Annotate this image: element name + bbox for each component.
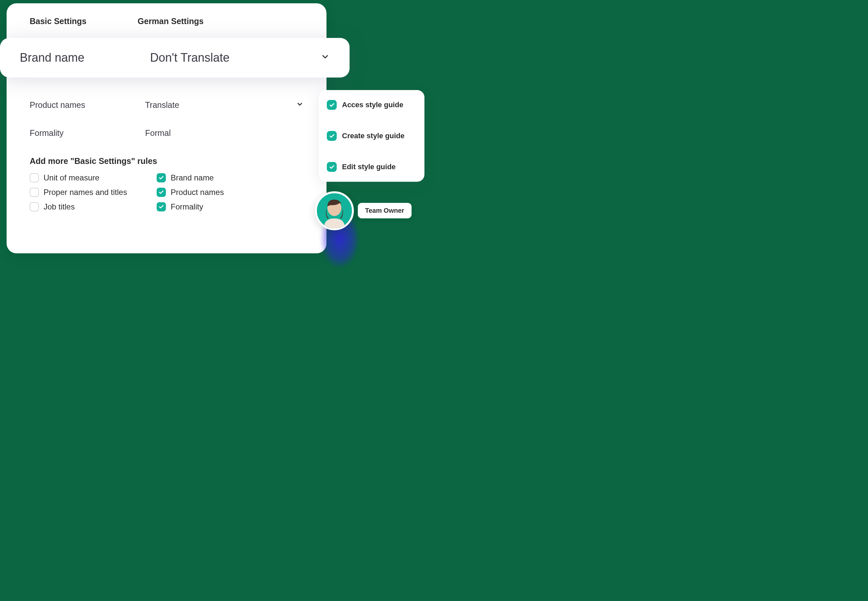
tab-german-settings[interactable]: German Settings	[137, 17, 204, 26]
rule-proper-names[interactable]: Proper names and titles	[30, 188, 127, 197]
chevron-down-icon	[296, 101, 303, 110]
checkbox-checked-icon[interactable]	[157, 202, 166, 211]
perm-label: Edit style guide	[342, 163, 396, 171]
settings-rows: Product names Translate Formality Formal	[30, 100, 303, 138]
row-label: Formality	[30, 128, 145, 138]
perm-label: Acces style guide	[342, 101, 404, 109]
perm-edit-style-guide[interactable]: Edit style guide	[327, 162, 417, 172]
checkbox-checked-icon[interactable]	[327, 131, 337, 141]
perm-create-style-guide[interactable]: Create style guide	[327, 131, 417, 141]
rules-grid: Unit of measure Proper names and titles …	[30, 173, 303, 211]
floating-label: Brand name	[20, 51, 150, 65]
rule-brand-name[interactable]: Brand name	[157, 173, 224, 182]
perm-access-style-guide[interactable]: Acces style guide	[327, 100, 417, 110]
rule-unit-of-measure[interactable]: Unit of measure	[30, 173, 127, 182]
tabs-bar: Basic Settings German Settings	[30, 17, 303, 26]
row-value: Translate	[145, 100, 296, 110]
floating-brand-row[interactable]: Brand name Don't Translate	[0, 38, 350, 78]
rule-label: Job titles	[44, 202, 75, 211]
checkbox-checked-icon[interactable]	[157, 173, 166, 182]
row-label: Product names	[30, 100, 145, 110]
rule-formality[interactable]: Formality	[157, 202, 224, 211]
rule-label: Proper names and titles	[44, 188, 127, 197]
person-icon	[317, 193, 352, 228]
add-rules-heading: Add more "Basic Settings" rules	[30, 156, 303, 166]
rules-col-1: Unit of measure Proper names and titles …	[30, 173, 127, 211]
tab-basic-settings[interactable]: Basic Settings	[30, 17, 87, 26]
row-formality[interactable]: Formality Formal	[30, 128, 303, 138]
row-value: Formal	[145, 128, 303, 138]
checkbox-checked-icon[interactable]	[157, 188, 166, 197]
rule-job-titles[interactable]: Job titles	[30, 202, 127, 211]
rule-label: Formality	[171, 202, 203, 211]
rule-label: Product names	[171, 188, 224, 197]
checkbox-unchecked-icon[interactable]	[30, 173, 39, 182]
perm-label: Create style guide	[342, 132, 405, 140]
rule-product-names[interactable]: Product names	[157, 188, 224, 197]
checkbox-unchecked-icon[interactable]	[30, 202, 39, 211]
rule-label: Brand name	[171, 173, 214, 182]
role-badge: Team Owner	[358, 203, 411, 218]
avatar[interactable]	[315, 191, 354, 230]
rule-label: Unit of measure	[44, 173, 99, 182]
permissions-card: Acces style guide Create style guide Edi…	[319, 90, 425, 182]
rules-col-2: Brand name Product names Formality	[157, 173, 224, 211]
row-product-names[interactable]: Product names Translate	[30, 100, 303, 110]
chevron-down-icon	[321, 52, 330, 63]
checkbox-unchecked-icon[interactable]	[30, 188, 39, 197]
checkbox-checked-icon[interactable]	[327, 162, 337, 172]
avatar-group: Team Owner	[315, 191, 354, 230]
checkbox-checked-icon[interactable]	[327, 100, 337, 110]
floating-value: Don't Translate	[150, 51, 321, 65]
